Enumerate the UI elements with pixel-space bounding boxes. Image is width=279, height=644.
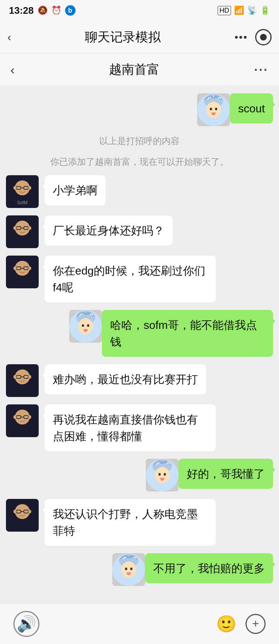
greeting-row: scout bbox=[6, 93, 273, 126]
battery-icon: 🔋 bbox=[260, 6, 270, 15]
msg-row-6: 再说我在越南直接借你钱也有点困难，懂得都懂 bbox=[6, 404, 273, 451]
svg-rect-44 bbox=[13, 387, 32, 397]
scout-avatar-4 bbox=[69, 310, 102, 343]
svg-point-64 bbox=[13, 510, 16, 513]
msg-row-7: 好的，哥我懂了 bbox=[6, 459, 273, 491]
svg-point-12 bbox=[28, 186, 31, 190]
wifi-icon: 📡 bbox=[247, 6, 257, 15]
greeting-content: scout bbox=[230, 93, 273, 124]
bubble-7: 好的，哥我懂了 bbox=[179, 459, 273, 489]
sofm-avatar-1: SofM bbox=[6, 175, 39, 208]
msg-row-1: SofM 小学弟啊 bbox=[6, 175, 273, 208]
sofm-avatar-3 bbox=[6, 256, 39, 288]
chat-title: 越南首富 bbox=[109, 61, 160, 78]
svg-point-20 bbox=[13, 226, 16, 230]
alarm-icon: ⏰ bbox=[51, 6, 61, 15]
sofm-avatar-8 bbox=[6, 499, 39, 532]
bubble-4: 哈哈，sofm哥，能不能借我点钱 bbox=[102, 310, 273, 357]
svg-point-70 bbox=[125, 568, 127, 570]
chat-more-button[interactable]: ··· bbox=[254, 63, 269, 77]
sofm-avatar-2 bbox=[6, 215, 39, 248]
svg-point-69 bbox=[121, 561, 136, 578]
svg-point-56 bbox=[158, 473, 161, 476]
status-bar: 13:28 🔕 ⏰ b HD 📶 📡 🔋 bbox=[0, 0, 279, 21]
status-left: 13:28 🔕 ⏰ b bbox=[9, 5, 76, 16]
svg-rect-30 bbox=[13, 278, 32, 288]
msg-row-2: 厂长最近身体还好吗？ bbox=[6, 215, 273, 248]
svg-point-58 bbox=[160, 478, 164, 481]
chat-header: ‹ 越南首富 ··· bbox=[0, 54, 279, 86]
chat-back-button[interactable]: ‹ bbox=[10, 63, 15, 77]
status-right: HD 📶 📡 🔋 bbox=[218, 6, 270, 15]
bottom-bar: 🔊 🙂 + bbox=[0, 603, 279, 644]
svg-point-29 bbox=[28, 266, 31, 270]
bubble-5: 难办哟，最近也没有比赛开打 bbox=[45, 364, 206, 394]
svg-point-55 bbox=[155, 467, 170, 483]
svg-point-11 bbox=[13, 186, 16, 190]
bubble-9: 不用了，我怕赔的更多 bbox=[145, 553, 273, 583]
bubble-1: 小学弟啊 bbox=[45, 175, 106, 205]
system-msg-2: 你已添加了越南首富，现在可以开始聊天了。 bbox=[6, 154, 273, 169]
mute-icon: 🔕 bbox=[38, 6, 48, 15]
bubble-6: 再说我在越南直接借你钱也有点困难，懂得都懂 bbox=[45, 404, 216, 451]
svg-point-3 bbox=[210, 108, 212, 110]
greeting-text: scout bbox=[238, 102, 265, 115]
msg-row-9: 不用了，我怕赔的更多 bbox=[6, 553, 273, 586]
app-bar-back-button[interactable]: ‹ bbox=[7, 31, 11, 44]
bubble-8: 我还认识个打野，人称电竞墨菲特 bbox=[45, 499, 216, 546]
svg-point-28 bbox=[13, 266, 16, 270]
scout-avatar-greeting bbox=[197, 93, 230, 126]
svg-point-71 bbox=[130, 568, 132, 570]
chat-area: scout bbox=[0, 86, 279, 631]
msg-row-5: 难办哟，最近也没有比赛开打 bbox=[6, 364, 273, 397]
record-icon bbox=[260, 34, 267, 41]
svg-point-21 bbox=[28, 226, 31, 230]
add-button[interactable]: + bbox=[246, 614, 266, 634]
svg-point-50 bbox=[13, 415, 16, 419]
sofm-avatar-6 bbox=[6, 404, 39, 437]
skype-icon: b bbox=[65, 5, 76, 16]
msg-row-4: 哈哈，sofm哥，能不能借我点钱 bbox=[6, 310, 273, 357]
app-bar-record-button[interactable] bbox=[255, 29, 272, 45]
svg-point-5 bbox=[212, 112, 215, 115]
msg-row-8: 我还认识个打野，人称电竞墨菲特 bbox=[6, 499, 273, 546]
svg-point-65 bbox=[28, 510, 31, 513]
scout-avatar-7 bbox=[146, 459, 179, 491]
signal-icon: 📶 bbox=[234, 6, 244, 15]
emoji-button[interactable]: 🙂 bbox=[216, 614, 237, 634]
bubble-2: 厂长最近身体还好吗？ bbox=[45, 215, 173, 246]
app-bar-actions: ••• bbox=[235, 29, 272, 45]
svg-text:SofM: SofM bbox=[17, 200, 28, 205]
sofm-avatar-5 bbox=[6, 364, 39, 397]
app-bar-dots-button[interactable]: ••• bbox=[235, 31, 248, 43]
svg-rect-66 bbox=[13, 521, 32, 532]
scout-avatar-9 bbox=[112, 553, 145, 586]
bubble-3: 你在edg的时候，我还刷过你们f4呢 bbox=[45, 256, 216, 302]
svg-point-36 bbox=[84, 329, 87, 332]
svg-point-42 bbox=[13, 375, 16, 379]
msg-row-3: 你在edg的时候，我还刷过你们f4呢 bbox=[6, 256, 273, 302]
svg-point-57 bbox=[164, 473, 166, 476]
greeting-bubble: scout bbox=[230, 93, 273, 124]
app-bar: ‹ 聊天记录模拟 ••• bbox=[0, 21, 279, 54]
voice-button[interactable]: 🔊 bbox=[13, 611, 39, 637]
svg-point-4 bbox=[215, 108, 217, 110]
svg-point-33 bbox=[78, 318, 93, 334]
svg-point-72 bbox=[127, 572, 131, 575]
svg-point-51 bbox=[28, 415, 31, 419]
hd-badge: HD bbox=[218, 6, 231, 15]
svg-rect-52 bbox=[13, 427, 32, 437]
system-msg-1: 以上是打招呼的内容 bbox=[6, 134, 273, 148]
svg-point-34 bbox=[82, 324, 84, 327]
svg-point-43 bbox=[28, 375, 31, 379]
svg-point-35 bbox=[87, 324, 89, 327]
svg-point-2 bbox=[206, 102, 221, 118]
svg-rect-22 bbox=[13, 238, 32, 248]
app-bar-title: 聊天记录模拟 bbox=[85, 29, 161, 46]
status-time: 13:28 bbox=[9, 5, 34, 16]
